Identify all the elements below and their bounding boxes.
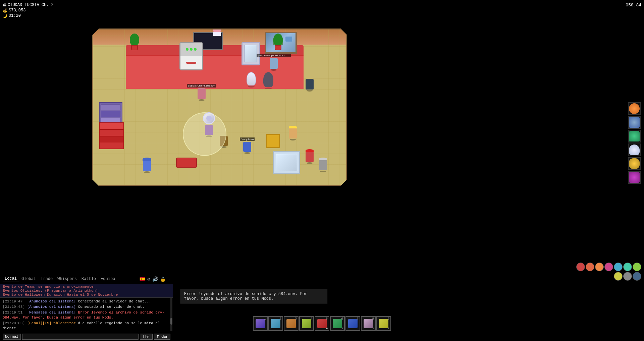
chat-text-input[interactable] (22, 334, 139, 340)
pokemon-slot-6[interactable] (628, 171, 641, 184)
hotbar-num-9: 9 (388, 317, 389, 321)
chat-input-area: Normal Link Enviar (0, 332, 173, 341)
error-text: Error leyendo el archivo de sonido cry-5… (184, 292, 307, 301)
character-jocyjuam: JocyJuam (240, 137, 255, 154)
hotbar-slot-2[interactable]: 2 (268, 316, 283, 331)
pokemon-slot-4[interactable] (628, 144, 641, 156)
tab-whispers[interactable]: Whispers (55, 276, 79, 282)
hotbar-num-2: 2 (280, 317, 281, 321)
chat-message-3: [21:19:51] [Mensajes del sistema] Error … (3, 310, 170, 321)
time-icon: 🌙 (3, 14, 7, 18)
character-dark-right (306, 79, 314, 92)
character-dnotitel: [Alpha50]Dnotitel... (257, 54, 291, 71)
hotbar-num-3: 3 (295, 317, 297, 321)
hotbar-slot-8[interactable]: 8 1 (361, 316, 376, 331)
arrow-down-icon[interactable]: ↓ (168, 276, 170, 282)
link-button[interactable]: Link (140, 334, 153, 340)
bottom-right-icons (568, 263, 641, 281)
settings-icon[interactable]: ⚙ (147, 276, 150, 282)
fps-counter: 058.84 (626, 3, 641, 8)
chat-message-4: [21:20:03] [Canal][ES]Pabloneitor d a ca… (3, 321, 170, 331)
hotbar-count-6: 1 (341, 327, 343, 330)
hotbar-count-5: 6 (326, 327, 328, 330)
floor-highlight (183, 112, 226, 156)
healing-machine (179, 42, 203, 70)
br-icon-10[interactable] (633, 272, 641, 281)
exit-mat (176, 158, 197, 168)
flag-icon: 🇪🇸 (140, 276, 145, 282)
chat-tab-icons: 🇪🇸 ⚙ 🔊 🔒 ↓ (140, 276, 170, 282)
hotbar-slot-4[interactable]: 4 (299, 316, 314, 331)
char-name-jocyjuam: JocyJuam (240, 137, 255, 141)
br-icon-2[interactable] (586, 263, 594, 271)
chat-message-2: [21:19:48] [Anuncios del sistema] Conect… (3, 304, 170, 309)
plant-left (129, 34, 140, 50)
character-npc-blonde (289, 126, 297, 140)
location-icon: 🏙 (3, 3, 6, 7)
br-icon-5[interactable] (614, 263, 623, 271)
chat-panel: Local Global Trade Whispers Battle Equip… (0, 274, 173, 341)
lock-icon[interactable]: 🔒 (160, 276, 166, 282)
br-icon-8[interactable] (614, 272, 623, 281)
hotbar: 1 2 3 4 5 6 6 1 7 8 1 9 1 (253, 316, 391, 331)
character-ghost-pokemon (263, 72, 273, 89)
br-icon-1[interactable] (576, 263, 585, 271)
pokemon-slot-3[interactable] (628, 130, 641, 143)
announcement-2: Eventos Oficiales: (Preguntar a Arlingth… (3, 289, 170, 293)
hotbar-num-6: 6 (341, 317, 343, 321)
chat-messages: [21:19:47] [Anuncios del sistema] Conect… (0, 298, 173, 331)
hotbar-num-8: 8 (372, 317, 374, 321)
char-name-dnotitel: [Alpha50]Dnotitel... (257, 54, 291, 57)
chat-scrollbar[interactable] (170, 298, 172, 331)
announcement-3: Evento de Halloween Duracion Hasta el 5 … (3, 293, 170, 297)
hotbar-num-7: 7 (357, 317, 359, 321)
br-icon-6[interactable] (623, 263, 632, 271)
pokemon-slot-5[interactable] (628, 157, 641, 170)
hotbar-slot-5[interactable]: 5 6 (315, 316, 329, 331)
br-icon-4[interactable] (604, 263, 613, 271)
tab-global[interactable]: Global (19, 276, 38, 282)
hotbar-count-9: 1 (388, 327, 389, 330)
br-icon-9[interactable] (623, 272, 632, 281)
character-charaldixon: [SBEx]CharaldixOn (187, 84, 216, 101)
hotbar-slot-7[interactable]: 7 (345, 316, 360, 331)
character-blue-cap (143, 158, 151, 173)
hotbar-num-4: 4 (311, 317, 312, 321)
pokemon-slot-2[interactable] (628, 116, 641, 129)
hotbar-slot-9[interactable]: 9 1 (376, 316, 391, 331)
plant-right (273, 34, 283, 50)
pokemon-slot-1[interactable] (628, 102, 641, 115)
pokemon-party-panel (628, 102, 641, 184)
time-text: 01:20 (9, 13, 21, 18)
hotbar-num-1: 1 (264, 317, 266, 321)
money-text: $73,053 (9, 8, 25, 13)
error-message-box: Error leyendo el archivo de sonido cry-5… (180, 289, 327, 304)
tab-trade[interactable]: Trade (39, 276, 55, 282)
character-white-ghost (247, 72, 256, 88)
char-name-charaldixon: [SBEx]CharaldixOn (187, 84, 216, 88)
announcement-1: Evento de Team: se anunciara proximament… (3, 285, 170, 289)
hotbar-slot-1[interactable]: 1 (253, 316, 268, 331)
br-icon-7[interactable] (633, 263, 641, 271)
yellow-storage-box (266, 134, 280, 148)
staircase (99, 122, 124, 149)
character-red-hair (306, 149, 314, 164)
hotbar-slot-3[interactable]: 3 (284, 316, 299, 331)
pc-mirror-box (273, 151, 300, 174)
game-viewport: [SBEx]CharaldixOn [Alpha50]Dnotitel... (92, 29, 347, 186)
sound-icon[interactable]: 🔊 (152, 276, 158, 282)
br-icon-3[interactable] (595, 263, 604, 271)
hotbar-count-8: 1 (372, 327, 374, 330)
money-icon: 💰 (3, 8, 7, 13)
hud-panel: 🏙 CIUDAD FUCSIA Ch. 2 💰 $73,053 🌙 01:20 (3, 3, 54, 19)
nurse-joy-character (213, 29, 221, 36)
tab-local[interactable]: Local (3, 276, 19, 282)
character-silver (319, 158, 327, 172)
tab-equipo[interactable]: Equipo (99, 276, 117, 282)
chat-mode-button[interactable]: Normal (3, 334, 21, 340)
chat-announcements: Evento de Team: se anunciara proximament… (0, 284, 173, 298)
hotbar-slot-6[interactable]: 6 1 (330, 316, 345, 331)
send-button[interactable]: Enviar (154, 334, 170, 340)
tab-battle[interactable]: Battle (79, 276, 98, 282)
chat-tabs: Local Global Trade Whispers Battle Equip… (0, 274, 173, 284)
